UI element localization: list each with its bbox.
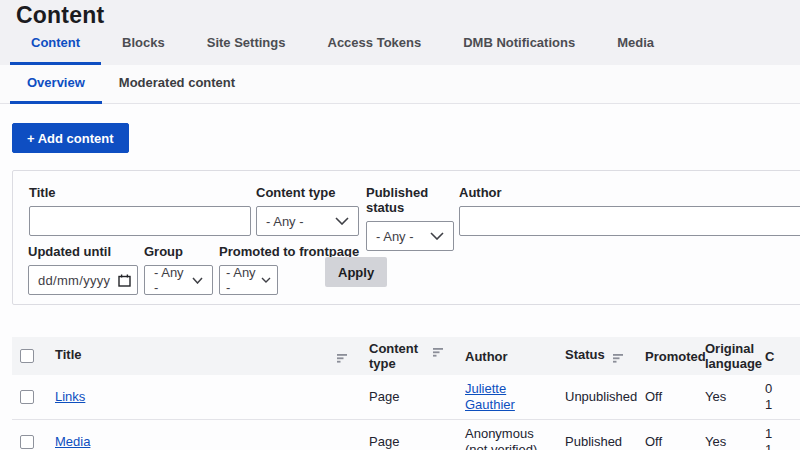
sort-icon[interactable] <box>337 351 349 366</box>
content-title-link[interactable]: Links <box>55 389 85 404</box>
row-checkbox-cell <box>12 429 49 450</box>
table-row: Media Page Anonymous (not verified) Publ… <box>12 420 800 450</box>
chevron-down-icon <box>192 277 203 284</box>
row-original-language-cell: Yes <box>698 383 758 411</box>
published-status-filter: Published status - Any - <box>366 185 454 251</box>
group-filter: Group - Any - <box>144 244 213 295</box>
row-author-cell: Juliette Gauthier <box>458 375 558 419</box>
column-header-author[interactable]: Author <box>458 345 558 368</box>
tab-access-tokens[interactable]: Access Tokens <box>307 25 443 65</box>
tab-overview[interactable]: Overview <box>10 65 102 104</box>
row-status-cell: Published <box>558 428 638 450</box>
row-promoted-cell: Off <box>638 383 698 411</box>
promoted-to-frontpage-filter: Promoted to frontpage - Any - <box>219 244 278 295</box>
column-header-content-type[interactable]: Content type <box>362 337 458 375</box>
column-header-title[interactable]: Title <box>49 343 362 370</box>
row-title-cell: Links <box>49 383 362 411</box>
row-original-language-cell: Yes <box>698 428 758 450</box>
row-promoted-cell: Off <box>638 428 698 450</box>
calendar-icon[interactable] <box>118 274 131 287</box>
table-row: Links Page Juliette Gauthier Unpublished… <box>12 375 800 420</box>
table-header-row: Title Content type Author Status <box>12 337 800 375</box>
updated-until-filter: Updated until dd/mm/yyyy <box>28 244 138 295</box>
row-created-cell-clipped: 0 1 <box>758 375 800 419</box>
updated-until-filter-label: Updated until <box>28 244 138 259</box>
author-filter-input[interactable] <box>459 206 800 236</box>
tab-blocks[interactable]: Blocks <box>101 25 186 65</box>
row-content-type-cell: Page <box>362 383 458 411</box>
row-title-cell: Media <box>49 428 362 450</box>
row-content-type-cell: Page <box>362 428 458 450</box>
published-status-select-value: - Any - <box>376 229 414 244</box>
updated-until-date-input[interactable]: dd/mm/yyyy <box>28 265 138 295</box>
published-status-select[interactable]: - Any - <box>366 221 454 251</box>
row-checkbox[interactable] <box>20 435 34 449</box>
column-header-created-clipped[interactable]: C <box>758 345 800 368</box>
content-table: Title Content type Author Status <box>12 337 800 450</box>
content-type-filter-label: Content type <box>256 185 359 200</box>
column-header-original-language[interactable]: Original language <box>698 337 758 375</box>
chevron-down-icon <box>261 277 271 283</box>
row-author-cell: Anonymous (not verified) <box>458 420 558 450</box>
group-select-value: - Any - <box>154 265 184 295</box>
chevron-down-icon <box>335 217 349 225</box>
content-admin-page: Content Content Blocks Site Settings Acc… <box>0 0 800 450</box>
select-all-checkbox-cell <box>12 345 49 367</box>
content-type-select[interactable]: - Any - <box>256 206 359 236</box>
apply-button[interactable]: Apply <box>325 257 387 287</box>
content-type-filter: Content type - Any - <box>256 185 359 236</box>
sort-icon[interactable] <box>613 351 625 366</box>
filters-panel: Title Content type - Any - Published sta… <box>12 170 800 305</box>
secondary-tabs: Overview Moderated content <box>0 65 800 104</box>
tab-media[interactable]: Media <box>596 25 675 65</box>
title-filter-label: Title <box>29 185 251 200</box>
tab-dmb-notifications[interactable]: DMB Notifications <box>442 25 596 65</box>
primary-tabs: Content Blocks Site Settings Access Toke… <box>10 25 675 65</box>
chevron-down-icon <box>430 232 444 240</box>
sort-icon[interactable] <box>433 345 445 360</box>
tab-site-settings[interactable]: Site Settings <box>186 25 307 65</box>
promoted-select-value: - Any - <box>226 265 258 295</box>
promoted-select[interactable]: - Any - <box>219 265 278 295</box>
select-all-checkbox[interactable] <box>20 349 34 363</box>
title-filter-input[interactable] <box>29 206 251 236</box>
author-filter: Author <box>459 185 800 236</box>
row-created-cell-clipped: 1 1 <box>758 420 800 450</box>
title-filter: Title <box>29 185 251 236</box>
tab-content[interactable]: Content <box>10 25 101 65</box>
row-checkbox[interactable] <box>20 390 34 404</box>
group-select[interactable]: - Any - <box>144 265 213 295</box>
author-link[interactable]: Juliette Gauthier <box>465 381 515 412</box>
group-filter-label: Group <box>144 244 213 259</box>
column-header-status[interactable]: Status <box>558 343 638 370</box>
tab-moderated-content[interactable]: Moderated content <box>102 65 252 104</box>
page-header: Content Content Blocks Site Settings Acc… <box>0 0 800 65</box>
published-status-filter-label: Published status <box>366 185 454 215</box>
date-placeholder: dd/mm/yyyy <box>38 273 110 288</box>
content-type-select-value: - Any - <box>266 214 304 229</box>
row-checkbox-cell <box>12 384 49 410</box>
content-title-link[interactable]: Media <box>55 434 90 449</box>
row-status-cell: Unpublished <box>558 383 638 411</box>
author-filter-label: Author <box>459 185 800 200</box>
column-header-promoted[interactable]: Promoted <box>638 345 698 368</box>
promoted-filter-label: Promoted to frontpage <box>219 244 278 259</box>
secondary-tabs-inner: Overview Moderated content <box>10 65 252 104</box>
add-content-button[interactable]: + Add content <box>12 123 129 153</box>
